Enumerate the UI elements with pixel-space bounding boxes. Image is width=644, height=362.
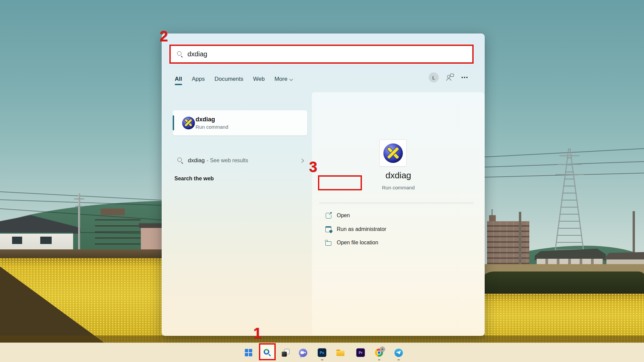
utility-pole-crossarm <box>75 206 83 207</box>
house-window <box>12 237 22 244</box>
running-indicator-chrome <box>378 359 380 360</box>
search-filter-tabs: All Apps Documents Web More <box>174 75 293 85</box>
search-header-controls: L <box>429 72 463 82</box>
annotation-step-2: 2 <box>160 29 168 44</box>
tab-apps[interactable]: Apps <box>192 75 205 85</box>
premiere-button[interactable] <box>353 345 369 361</box>
telegram-button[interactable] <box>390 345 407 361</box>
chrome-profile-avatar: A <box>380 347 385 352</box>
dxdiag-icon <box>383 143 403 163</box>
divider <box>319 203 474 203</box>
user-avatar[interactable]: L <box>429 72 439 82</box>
apartment-rooftop <box>489 215 496 221</box>
hedge <box>485 272 644 296</box>
tab-documents[interactable]: Documents <box>214 75 244 85</box>
house-window <box>40 237 52 244</box>
app-icon-tile <box>379 139 407 167</box>
file-explorer-button[interactable] <box>332 345 348 361</box>
apartment-building <box>487 221 529 269</box>
chat-icon <box>299 349 307 357</box>
utility-pole-crossarm <box>74 198 84 199</box>
chrome-icon: A <box>375 349 383 357</box>
annotation-box-taskbar-search <box>259 343 276 360</box>
web-search-header: Search the web <box>174 176 214 182</box>
details-pane-content: dxdiag Run command Open Run as administr… <box>312 92 485 336</box>
taskbar: A V 3:40 PM 5/29/2022 <box>0 343 644 362</box>
action-run-as-administrator[interactable]: Run as administrator <box>317 223 475 236</box>
annotation-box-search-input <box>169 45 474 64</box>
photoshop-button[interactable] <box>314 345 330 361</box>
more-options-icon[interactable] <box>462 77 463 78</box>
web-search-query: dxdiag <box>188 157 205 164</box>
field-dark-row <box>0 336 644 343</box>
annotation-step-3: 3 <box>309 160 317 174</box>
tab-web[interactable]: Web <box>253 75 265 85</box>
premiere-icon <box>356 348 365 357</box>
building-roof-deck <box>101 208 125 215</box>
building <box>95 215 141 251</box>
house-wall <box>141 227 162 251</box>
house-roof <box>139 223 164 228</box>
open-external-icon <box>324 213 332 219</box>
chevron-right-icon <box>300 159 304 163</box>
chrome-button[interactable]: A <box>371 345 387 361</box>
telegram-icon <box>394 349 403 357</box>
desktop: dxdiag All Apps Documents Web More L Bes… <box>0 0 644 362</box>
start-button[interactable] <box>240 345 257 361</box>
antenna <box>492 209 492 216</box>
web-search-item[interactable]: dxdiag - See web results <box>173 153 307 168</box>
run-as-admin-icon <box>324 226 332 232</box>
selection-accent-bar <box>173 115 174 130</box>
transmission-tower <box>553 148 585 250</box>
utility-pole <box>519 212 521 273</box>
file-explorer-icon <box>336 350 344 356</box>
best-match-title: dxdiag <box>196 116 228 123</box>
tab-more[interactable]: More <box>274 75 293 85</box>
best-match-subtitle: Run command <box>196 124 228 130</box>
chat-button[interactable] <box>295 345 311 361</box>
best-match-item[interactable]: dxdiag Run command <box>173 110 307 135</box>
annotation-box-open <box>318 175 362 190</box>
action-open[interactable]: Open <box>317 209 475 222</box>
dxdiag-icon <box>182 117 195 129</box>
search-icon <box>177 158 183 164</box>
feedback-icon[interactable] <box>446 74 454 81</box>
task-view-button[interactable] <box>277 345 293 361</box>
chevron-down-icon <box>289 77 293 81</box>
running-indicator-photoshop <box>321 359 323 360</box>
tab-all[interactable]: All <box>174 75 182 85</box>
photoshop-icon <box>318 348 326 357</box>
folder-icon <box>324 240 332 246</box>
utility-pole <box>78 193 80 251</box>
web-search-suffix: - See web results <box>207 158 248 164</box>
action-open-file-location[interactable]: Open file location <box>317 236 475 249</box>
road-strip <box>0 249 162 259</box>
annotation-step-1: 1 <box>253 326 261 341</box>
running-indicator-telegram <box>397 359 400 360</box>
windows-start-icon <box>245 349 252 356</box>
task-view-icon <box>282 349 289 357</box>
